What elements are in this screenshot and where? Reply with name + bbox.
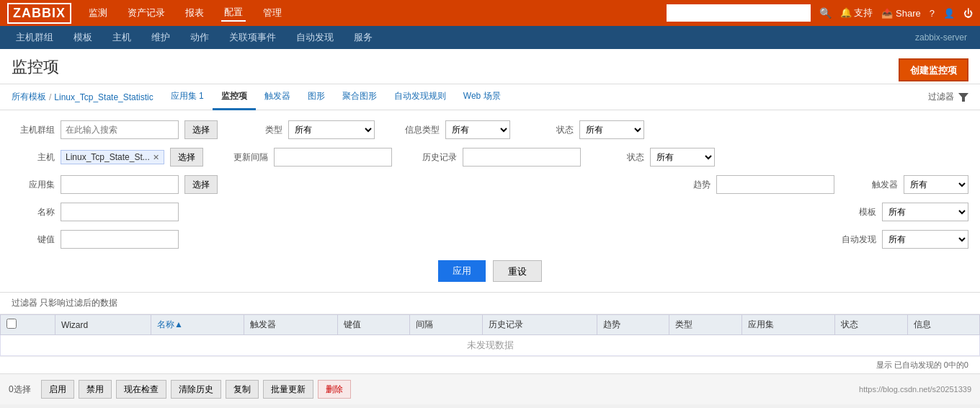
breadcrumb-bar: 所有模板 / Linux_Tcp_State_Statistic 应用集 1 监… — [0, 84, 980, 110]
filter-status1-label: 状态 — [530, 124, 574, 136]
create-item-button[interactable]: 创建监控项 — [899, 58, 968, 81]
filter-trend-input[interactable] — [716, 175, 834, 194]
table-header-row: Wizard 名称▲ 触发器 键值 间隔 历史记录 趋势 类型 应用集 状态 信… — [1, 315, 980, 335]
delete-button[interactable]: 删除 — [318, 380, 351, 399]
filter-row-auto: 自动发现 所有 — [401, 230, 968, 249]
col-triggers: 触发器 — [244, 315, 338, 335]
share-link[interactable]: 📤 Share — [881, 8, 920, 19]
nav-reports[interactable]: 报表 — [182, 5, 207, 21]
breadcrumb-tabs: 应用集 1 监控项 触发器 图形 聚合图形 自动发现规则 Web 场景 — [162, 84, 509, 110]
server-name: zabbix-server — [915, 32, 973, 43]
no-data-text: 未发现数据 — [1, 335, 980, 356]
filter-toggle[interactable]: 过滤器 — [928, 91, 968, 103]
filter-reset-button[interactable]: 重设 — [493, 260, 542, 282]
check-now-button[interactable]: 现在检查 — [116, 380, 166, 399]
tab-screens[interactable]: 聚合图形 — [334, 84, 386, 110]
filter-interval-label: 更新间隔 — [225, 151, 268, 164]
filter-trigger-label: 触发器 — [855, 179, 898, 191]
col-info: 信息 — [907, 315, 979, 335]
filter-auto-label: 自动发现 — [833, 234, 876, 246]
tab-web[interactable]: Web 场景 — [455, 84, 509, 110]
breadcrumb-all-templates[interactable]: 所有模板 — [12, 91, 46, 103]
filter-infotype-select[interactable]: 所有 — [445, 120, 510, 139]
filter-apply-button[interactable]: 应用 — [438, 260, 486, 282]
filter-hostgroup-input[interactable] — [61, 120, 179, 139]
filter-key-label: 键值 — [12, 234, 55, 246]
filter-row-template: 模板 所有 — [401, 203, 968, 221]
selected-count: 0选择 — [9, 383, 31, 396]
filter-host-tag-remove[interactable]: ✕ — [153, 153, 159, 162]
breadcrumb-template-name[interactable]: Linux_Tcp_State_Statistic — [54, 92, 153, 102]
tab-appset[interactable]: 应用集 1 — [162, 84, 213, 110]
filter-auto-select[interactable]: 所有 — [882, 230, 968, 249]
filter-label: 过滤器 — [928, 91, 954, 103]
global-search-input[interactable] — [667, 4, 811, 22]
tab-discovery-rules[interactable]: 自动发现规则 — [386, 84, 455, 110]
help-icon[interactable]: ? — [930, 8, 935, 19]
col-status: 状态 — [835, 315, 907, 335]
filter-row-hostgroup: 主机群组 选择 — [12, 120, 218, 139]
nav-config[interactable]: 配置 — [221, 4, 246, 22]
sec-nav-hostgroup[interactable]: 主机群组 — [7, 26, 62, 49]
enable-button[interactable]: 启用 — [41, 380, 74, 399]
col-key: 键值 — [338, 315, 410, 335]
filter-appset-input[interactable] — [61, 175, 179, 194]
sec-nav-correlation[interactable]: 关联项事件 — [220, 26, 285, 49]
filter-history-label: 历史记录 — [414, 151, 457, 164]
page-url: https://blog.csdn.net/s20251339 — [859, 385, 971, 394]
col-history: 历史记录 — [482, 315, 597, 335]
page-title: 监控项 — [12, 56, 59, 84]
secondary-nav: 主机群组 模板 主机 维护 动作 关联项事件 自动发现 服务 zabbix-se… — [0, 26, 980, 49]
col-name[interactable]: 名称▲ — [151, 315, 244, 335]
filter-key-input[interactable] — [61, 230, 179, 249]
table-section: Wizard 名称▲ 触发器 键值 间隔 历史记录 趋势 类型 应用集 状态 信… — [0, 314, 980, 373]
filter-history-input[interactable] — [463, 148, 581, 167]
nav-admin[interactable]: 管理 — [260, 5, 285, 21]
filter-host-select-btn[interactable]: 选择 — [170, 148, 203, 167]
filter-hostgroup-label: 主机群组 — [12, 124, 55, 136]
top-nav: ZABBIX 监测 资产记录 报表 配置 管理 🔍 🔔 支持 📤 Share ?… — [0, 0, 980, 26]
power-icon[interactable]: ⏻ — [963, 8, 973, 19]
col-trend: 趋势 — [597, 315, 669, 335]
filter-host-tag-value: Linux_Tcp_State_St... — [66, 152, 150, 162]
page-header: 监控项 创建监控项 — [0, 49, 980, 84]
filter-trend-label: 趋势 — [667, 179, 710, 191]
sec-nav-maintenance[interactable]: 维护 — [143, 26, 179, 49]
filter-hostgroup-select-btn[interactable]: 选择 — [184, 120, 218, 139]
filter-name-input[interactable] — [61, 203, 179, 221]
tab-graphs[interactable]: 图形 — [299, 84, 334, 110]
filter-status2-select[interactable]: 所有 — [650, 148, 715, 167]
filter-template-select[interactable]: 所有 — [882, 203, 968, 221]
tab-triggers[interactable]: 触发器 — [256, 84, 299, 110]
filter-row-infotype: 信息类型 所有 状态 所有 — [396, 120, 644, 139]
filter-row-interval: 更新间隔 — [225, 148, 392, 167]
filter-row-history: 历史记录 状态 所有 — [414, 148, 715, 167]
breadcrumb-separator-1: / — [49, 92, 51, 102]
search-icon[interactable]: 🔍 — [819, 7, 832, 19]
filter-appset-select-btn[interactable]: 选择 — [184, 175, 218, 194]
filter-type-select[interactable]: 所有 — [288, 120, 375, 139]
mass-update-button[interactable]: 批量更新 — [263, 380, 313, 399]
nav-monitor[interactable]: 监测 — [86, 5, 110, 21]
filter-trigger-select[interactable]: 所有 — [904, 175, 968, 194]
filter-template-label: 模板 — [833, 206, 876, 218]
sec-nav-discovery[interactable]: 自动发现 — [288, 26, 342, 49]
display-count: 显示 已自动发现的 0中的0 — [0, 356, 980, 373]
user-icon[interactable]: 👤 — [943, 8, 955, 19]
filter-interval-input[interactable] — [274, 148, 392, 167]
copy-button[interactable]: 复制 — [226, 380, 259, 399]
sec-nav-action[interactable]: 动作 — [182, 26, 218, 49]
tab-items[interactable]: 监控项 — [213, 84, 256, 110]
select-all-checkbox[interactable] — [6, 319, 17, 329]
logo: ZABBIX — [7, 3, 71, 24]
nav-assets[interactable]: 资产记录 — [125, 5, 168, 21]
filter-status1-select[interactable]: 所有 — [579, 120, 644, 139]
clear-history-button[interactable]: 清除历史 — [171, 380, 221, 399]
sec-nav-host[interactable]: 主机 — [104, 26, 140, 49]
filter-actions: 应用 重设 — [12, 260, 968, 282]
support-link[interactable]: 🔔 支持 — [840, 6, 873, 19]
disable-button[interactable]: 禁用 — [79, 380, 112, 399]
sec-nav-service[interactable]: 服务 — [345, 26, 381, 49]
filter-row-host: 主机 Linux_Tcp_State_St... ✕ 选择 — [12, 148, 203, 167]
sec-nav-template[interactable]: 模板 — [65, 26, 101, 49]
